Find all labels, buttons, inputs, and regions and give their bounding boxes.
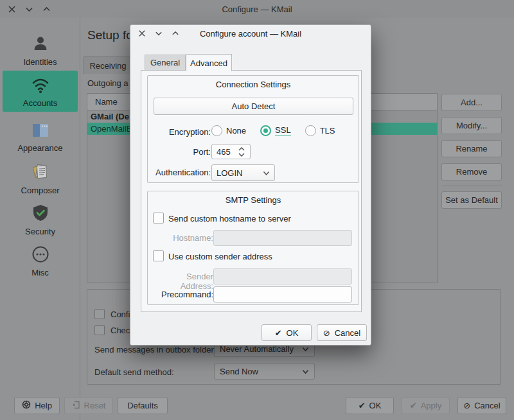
send-method-label: Default send method:	[94, 367, 174, 377]
reset-button[interactable]: Reset	[64, 397, 113, 414]
main-window-title: Configure — KMail	[0, 4, 514, 14]
check-icon: ✔	[275, 328, 282, 338]
remove-button[interactable]: Remove	[441, 163, 502, 180]
encryption-radio-group: None SSL TLS	[211, 125, 335, 136]
rename-button[interactable]: Rename	[441, 140, 502, 157]
check-checkbox[interactable]	[94, 325, 105, 335]
custom-hostname-checkbox[interactable]	[153, 213, 164, 223]
chevron-down-icon	[263, 168, 270, 178]
group-title: Connection Settings	[148, 80, 359, 89]
add-button[interactable]: Add...	[441, 94, 502, 111]
tab-advanced[interactable]: Advanced	[186, 54, 232, 71]
precommand-label: Precommand:	[152, 290, 213, 299]
outgoing-accounts-label: Outgoing a	[87, 78, 128, 88]
sidebar-item-label: Security	[3, 227, 78, 236]
hostname-label: Hostname:	[152, 233, 213, 243]
radio-ssl[interactable]	[260, 125, 271, 136]
modify-button[interactable]: Modify...	[441, 117, 502, 134]
sidebar-item-identities[interactable]: Identities	[3, 30, 78, 71]
radio-none-label: None	[226, 126, 246, 136]
radio-tls[interactable]	[305, 125, 316, 136]
main-ok-button[interactable]: ✔ OK	[346, 397, 394, 414]
tab-general[interactable]: General	[145, 55, 186, 71]
radio-none[interactable]	[211, 125, 222, 136]
authentication-label: Authentication:	[149, 168, 211, 177]
maximize-icon[interactable]	[172, 30, 179, 37]
monitor-icon	[31, 132, 50, 141]
check-icon: ✔	[359, 401, 366, 410]
minimize-icon[interactable]	[155, 30, 163, 37]
set-as-default-button[interactable]: Set as Default	[441, 191, 502, 209]
sidebar: Identities Accounts Appearance Composer …	[0, 18, 80, 420]
shield-check-icon	[31, 215, 49, 225]
apply-button[interactable]: ✔ Apply	[402, 397, 450, 414]
page-title: Setup fo	[87, 28, 133, 42]
group-title: SMTP Settings	[148, 195, 359, 205]
sender-address-input[interactable]	[213, 268, 352, 284]
sidebar-item-label: Identities	[3, 57, 78, 67]
port-label: Port:	[149, 147, 211, 157]
help-icon	[22, 400, 31, 411]
port-input[interactable]	[217, 147, 238, 157]
authentication-select[interactable]: LOGIN	[211, 164, 275, 181]
sender-address-label: Sender Address:	[152, 272, 213, 291]
cancel-icon: ⊘	[323, 328, 330, 338]
custom-hostname-label: Send custom hostname to server	[168, 214, 291, 223]
custom-sender-checkbox[interactable]	[153, 250, 164, 261]
user-icon	[31, 46, 50, 55]
main-cancel-button[interactable]: ⊘ Cancel	[457, 397, 506, 414]
cancel-icon: ⊘	[463, 401, 470, 410]
connection-settings-group: Connection Settings Auto Detect Encrypti…	[147, 75, 359, 183]
reset-icon	[72, 401, 80, 411]
outbox-folder-label: Send messages in outbox folder:	[94, 345, 216, 354]
sidebar-item-label: Accounts	[3, 98, 78, 108]
sidebar-item-composer[interactable]: Composer	[3, 157, 78, 199]
confirm-checkbox-label: Confi	[111, 310, 130, 319]
wifi-icon	[30, 87, 51, 96]
send-method-select[interactable]: Send Now	[214, 363, 315, 380]
main-titlebar[interactable]: Configure — KMail	[0, 0, 514, 18]
precommand-input[interactable]	[213, 286, 352, 302]
dialog-cancel-button[interactable]: ⊘ Cancel	[317, 324, 367, 341]
defaults-button[interactable]: Defaults	[118, 397, 168, 414]
help-button[interactable]: Help	[14, 397, 60, 414]
close-icon[interactable]	[138, 30, 146, 37]
sidebar-item-label: Composer	[3, 186, 78, 195]
dialog-titlebar[interactable]: Configure account — KMail	[130, 25, 371, 42]
port-spinbox[interactable]	[211, 144, 251, 159]
tab-receiving[interactable]: Receiving	[84, 57, 132, 74]
dialog-ok-button[interactable]: ✔ OK	[261, 324, 312, 341]
sidebar-item-label: Appearance	[3, 143, 78, 153]
sidebar-item-label: Misc	[3, 268, 78, 277]
hostname-input[interactable]	[213, 230, 352, 246]
configure-account-dialog: Configure account — KMail General Advanc…	[130, 24, 371, 346]
sidebar-item-accounts[interactable]: Accounts	[3, 71, 78, 112]
sidebar-item-misc[interactable]: Misc	[3, 240, 78, 281]
divider	[441, 186, 502, 186]
sidebar-item-appearance[interactable]: Appearance	[3, 117, 78, 157]
radio-ssl-label: SSL	[275, 125, 291, 136]
auto-detect-button[interactable]: Auto Detect	[154, 98, 353, 115]
sidebar-item-security[interactable]: Security	[3, 199, 78, 240]
screen: Configure — KMail Identities Accounts Ap…	[0, 0, 514, 420]
check-icon: ✔	[410, 401, 417, 410]
ellipsis-circle-icon	[31, 256, 50, 266]
encryption-label: Encryption:	[149, 127, 211, 137]
chevron-down-icon	[302, 367, 309, 376]
documents-icon	[30, 174, 51, 184]
confirm-checkbox[interactable]	[94, 309, 105, 319]
radio-tls-label: TLS	[320, 126, 335, 136]
custom-sender-label: Use custom sender address	[168, 252, 272, 261]
smtp-settings-group: SMTP Settings Send custom hostname to se…	[147, 191, 359, 305]
spin-arrows[interactable]	[238, 147, 246, 157]
